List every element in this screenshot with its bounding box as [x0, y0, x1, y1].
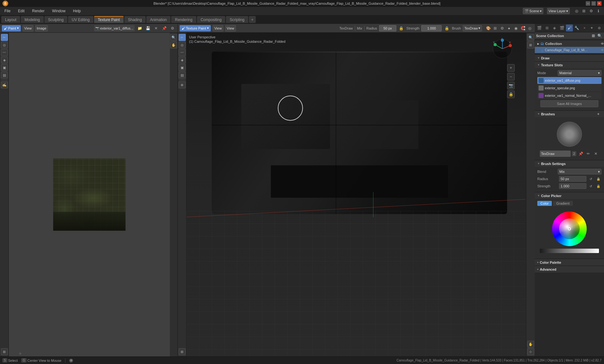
tree-item-mesh[interactable]: △ Camouflage_Flap_Lid_B_Missile_Guidance… — [535, 47, 604, 53]
delete-brush-icon[interactable]: ✕ — [593, 151, 599, 157]
soften-tool-button[interactable]: ◎ — [1, 41, 8, 48]
tab-animation[interactable]: Animation — [146, 16, 171, 23]
tab-modeling[interactable]: Modeling — [21, 16, 44, 23]
tab-rendering[interactable]: Rendering — [171, 16, 196, 23]
strength-lock-icon[interactable]: 🔒 — [444, 25, 450, 31]
minimize-button[interactable]: ─ — [586, 1, 590, 6]
overlay-options-icon[interactable]: ⊞ — [492, 25, 498, 31]
blend-selector[interactable]: Mix ▾ — [558, 169, 601, 174]
clone-tool-button[interactable]: ◈ — [1, 57, 8, 63]
brush-selector-header[interactable]: TexDraw ▾ — [463, 25, 482, 31]
tab-sculpting[interactable]: Sculpting — [44, 16, 67, 23]
3d-scene[interactable]: User Perspective (1) Camouflage_Flap_Lid… — [187, 33, 526, 356]
physics-tab[interactable]: ⊕ — [596, 25, 603, 31]
annotate-tool-button[interactable]: ✍ — [1, 81, 8, 88]
image-canvas[interactable]: ⊕ — [9, 33, 170, 356]
image-settings-button[interactable]: ⚙ — [169, 25, 176, 31]
proportional-edit-icon[interactable]: ◎ — [527, 25, 533, 31]
texture-slots-header[interactable]: ▼ Texture Slots — [535, 61, 604, 68]
strength-reset-icon[interactable]: ↺ — [588, 183, 594, 189]
texture-mode-selector[interactable]: Material ▾ — [558, 70, 601, 76]
open-image-button[interactable]: 📁 — [137, 25, 143, 31]
view-all-button[interactable]: 🔍 — [527, 34, 534, 41]
smear-brush-button[interactable]: 〰 — [179, 49, 186, 56]
grab-hand-button[interactable]: ✋ — [527, 341, 534, 348]
tab-uv-editing[interactable]: UV Editing — [68, 16, 93, 23]
color-palette-header[interactable]: ▸ Color Palette — [535, 259, 604, 266]
render-properties-tab[interactable]: 🎬 — [536, 25, 543, 31]
brushes-section-header[interactable]: ▼ Brushes + — [535, 110, 604, 117]
brush-settings-header[interactable]: ▼ Brush Settings — [535, 160, 604, 167]
output-properties-icon[interactable]: ⊞ — [581, 8, 587, 14]
color-wheel[interactable] — [552, 212, 587, 246]
particles-tab[interactable]: ✦ — [588, 25, 595, 31]
render-preview-icon[interactable]: 🎨 — [485, 25, 491, 31]
tree-item-collection[interactable]: ▸ 🗂 Collection 👁 — [535, 41, 604, 47]
radius-lock-icon[interactable]: 🔒 — [398, 25, 405, 31]
texture-paint-mode-selector[interactable]: 🖌 Texture Paint ▾ — [180, 25, 211, 31]
scene-properties-tab[interactable]: 🎬 — [558, 25, 565, 31]
texture-slot-2[interactable]: exterior_specular.png — [537, 85, 601, 91]
menu-file[interactable]: File — [3, 8, 12, 14]
paint-mode-selector[interactable]: 🖌 Paint ▾ — [2, 25, 21, 31]
tab-scripting[interactable]: Scripting — [226, 16, 248, 23]
render-properties-icon[interactable]: ◎ — [573, 8, 580, 14]
color-brightness-bar[interactable] — [540, 249, 599, 253]
grab-view-button[interactable]: ✋ — [170, 41, 177, 48]
fill-tool-button[interactable]: ▣ — [1, 64, 8, 71]
strength-lock-icon-2[interactable]: 🔒 — [595, 183, 601, 189]
modifiers-tab[interactable]: 🔧 — [573, 25, 580, 31]
tab-compositing[interactable]: Compositing — [197, 16, 226, 23]
zoom-in-nav[interactable]: + — [507, 64, 515, 72]
view-menu[interactable]: View — [23, 25, 33, 31]
maximize-button[interactable]: □ — [591, 1, 596, 6]
viewport-view-menu[interactable]: View — [213, 25, 223, 31]
advanced-section-header[interactable]: ▸ Advanced — [535, 266, 604, 273]
mask-tool-button[interactable]: ▤ — [1, 72, 8, 79]
zoom-region-button[interactable]: ⊞ — [527, 41, 534, 48]
draw-brush-button[interactable]: ✏ — [179, 34, 186, 41]
save-all-images-button[interactable]: Save All Images — [540, 100, 598, 107]
pin-brush-icon[interactable]: 📌 — [578, 151, 584, 157]
add-workspace-button[interactable]: + — [249, 16, 256, 23]
output-properties-tab[interactable]: ⊞ — [544, 25, 551, 31]
texture-slot-1[interactable]: exterior_var1_diffuse.png — [537, 77, 601, 84]
strength-value-header[interactable]: 1.000 — [421, 25, 442, 31]
compositing-icon[interactable]: ⚙ — [588, 8, 594, 14]
close-image-button[interactable]: ✕ — [153, 25, 159, 31]
transform-button[interactable]: ⊕ — [179, 81, 186, 88]
tab-shading[interactable]: Shading — [124, 16, 146, 23]
gradient-tab[interactable]: Gradient — [553, 201, 573, 206]
outliner-search-icon[interactable]: 🔍 — [596, 33, 603, 39]
draw-section-header[interactable]: ▼ Draw — [535, 54, 604, 61]
n-panel-toggle[interactable]: ⊞ — [179, 348, 186, 355]
gizmo-options-icon[interactable]: ⚙ — [499, 25, 505, 31]
view-layer-properties-tab[interactable]: ◈ — [551, 25, 558, 31]
radius-value-header[interactable]: 50 px — [379, 25, 396, 31]
menu-render[interactable]: Render — [30, 8, 46, 14]
soften-brush-button[interactable]: ◎ — [179, 41, 186, 48]
object-properties-tab[interactable]: 🖌 — [566, 25, 573, 31]
draw-tool-button[interactable]: ✏ — [1, 34, 8, 41]
tab-layout[interactable]: Layout — [1, 16, 20, 23]
color-tab[interactable]: Color — [537, 201, 552, 206]
shader-tab[interactable]: ⚬ — [581, 25, 588, 31]
pin-image-button[interactable]: 📌 — [161, 25, 167, 31]
snapping-icon[interactable]: 🧲 — [520, 25, 526, 31]
close-button[interactable]: ✕ — [597, 1, 601, 6]
edit-brush-icon[interactable]: ✏ — [585, 151, 591, 157]
fill-brush-button[interactable]: ▣ — [179, 64, 186, 71]
zoom-out-nav[interactable]: − — [507, 73, 515, 80]
strength-value-field[interactable]: 1.000 — [559, 183, 586, 189]
viewport-shading-solid[interactable]: ● — [506, 25, 512, 31]
menu-window[interactable]: Window — [50, 8, 67, 14]
color-picker-header[interactable]: ▼ Color Picker — [535, 192, 604, 199]
camera-view-nav[interactable]: 📷 — [507, 82, 515, 89]
zoom-in-button[interactable]: 🔍 — [170, 34, 177, 41]
info-icon[interactable]: ℹ — [595, 8, 601, 14]
scene-selector[interactable]: 🎬 Scene ▾ — [523, 8, 543, 14]
mask-brush-button[interactable]: ▤ — [179, 72, 186, 79]
viewport-image-menu[interactable]: View — [225, 25, 236, 31]
menu-help[interactable]: Help — [71, 8, 83, 14]
viewport-shading-render[interactable]: ◉ — [513, 25, 519, 31]
